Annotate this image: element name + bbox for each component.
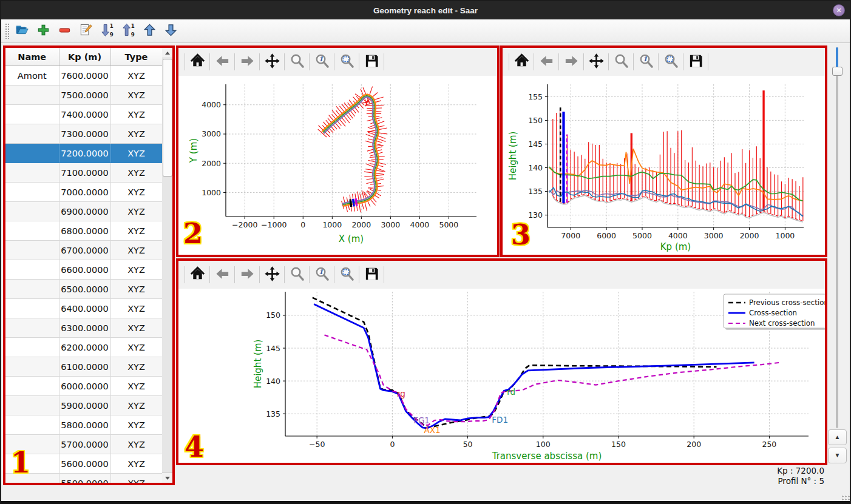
table-cell[interactable] xyxy=(5,221,59,241)
table-row[interactable]: 5800.0000XYZ xyxy=(5,415,162,435)
table-cell[interactable]: 6200.0000 xyxy=(59,338,110,357)
table-cell[interactable]: XYZ xyxy=(110,435,162,454)
table-row[interactable]: 6300.0000XYZ xyxy=(5,318,162,338)
zoom-in-one-button[interactable]: 1 xyxy=(636,52,656,72)
profile-down-button[interactable]: ▼ xyxy=(828,448,847,463)
table-cell[interactable]: 7100.0000 xyxy=(59,163,110,183)
table-cell[interactable] xyxy=(5,377,59,396)
table-cell[interactable] xyxy=(5,105,59,124)
table-cell[interactable]: 5900.0000 xyxy=(59,396,110,415)
table-row[interactable]: 6000.0000XYZ xyxy=(5,377,162,396)
longitudinal-profile-plot[interactable]: 7000600050004000300020001000130135140145… xyxy=(503,76,825,255)
table-row[interactable]: 7200.0000XYZ xyxy=(5,144,162,163)
add-cross-section-button[interactable] xyxy=(35,23,51,39)
table-cell[interactable]: 6500.0000 xyxy=(59,280,110,299)
table-cell[interactable] xyxy=(5,124,59,144)
table-cell[interactable]: 6800.0000 xyxy=(59,221,110,241)
table-cell[interactable]: XYZ xyxy=(110,221,162,241)
table-cell[interactable]: 6300.0000 xyxy=(59,318,110,338)
table-cell[interactable] xyxy=(5,415,59,435)
save-button[interactable] xyxy=(362,52,381,72)
table-row[interactable]: 7500.0000XYZ xyxy=(5,86,162,105)
table-cell[interactable]: XYZ xyxy=(110,454,162,474)
table-cell[interactable]: 5700.0000 xyxy=(59,435,110,454)
table-row[interactable]: 6400.0000XYZ xyxy=(5,299,162,318)
column-header[interactable]: Kp (m) xyxy=(59,48,110,66)
forward-button[interactable] xyxy=(237,265,257,284)
table-cell[interactable]: XYZ xyxy=(110,183,162,202)
table-cell[interactable]: XYZ xyxy=(110,377,162,396)
table-cell[interactable]: 7200.0000 xyxy=(59,144,110,163)
table-row[interactable]: 6600.0000XYZ xyxy=(5,260,162,280)
sort-descending-button[interactable]: 19 xyxy=(99,23,115,39)
zoom-button[interactable] xyxy=(287,265,307,284)
open-geometry-button[interactable] xyxy=(14,23,30,39)
table-cell[interactable] xyxy=(5,299,59,318)
table-header-row[interactable]: NameKp (m)Type xyxy=(5,48,162,66)
table-cell[interactable] xyxy=(5,338,59,357)
table-cell[interactable]: XYZ xyxy=(110,163,162,183)
sort-ascending-button[interactable]: 19 xyxy=(120,23,136,39)
table-cell[interactable]: XYZ xyxy=(110,124,162,144)
table-scrollbar[interactable] xyxy=(162,48,172,483)
table-cell[interactable]: 5600.0000 xyxy=(59,454,110,474)
scroll-up-button[interactable] xyxy=(162,48,172,58)
table-cell[interactable] xyxy=(5,241,59,260)
table-cell[interactable]: 7400.0000 xyxy=(59,105,110,124)
table-row[interactable]: 6500.0000XYZ xyxy=(5,280,162,299)
table-cell[interactable]: 7500.0000 xyxy=(59,86,110,105)
table-cell[interactable] xyxy=(5,86,59,105)
profile-slider-handle[interactable] xyxy=(832,67,843,76)
zoom-fit-button[interactable] xyxy=(337,52,356,72)
home-button[interactable] xyxy=(188,52,207,72)
resize-grip-icon[interactable] xyxy=(841,495,850,503)
table-cell[interactable] xyxy=(5,396,59,415)
forward-button[interactable] xyxy=(237,52,257,72)
edit-cross-section-button[interactable] xyxy=(78,23,93,39)
toolbar-grip-icon[interactable] xyxy=(5,23,9,39)
titlebar[interactable]: Geometry reach edit - Saar ✕ xyxy=(1,1,850,19)
table-cell[interactable]: 5800.0000 xyxy=(59,415,110,435)
pan-button[interactable] xyxy=(262,265,282,284)
zoom-button[interactable] xyxy=(611,52,631,72)
table-cell[interactable]: 6600.0000 xyxy=(59,260,110,280)
zoom-fit-button[interactable] xyxy=(337,265,356,284)
table-cell[interactable]: 5500.0000 xyxy=(59,474,110,483)
forward-button[interactable] xyxy=(561,52,581,72)
move-up-button[interactable] xyxy=(141,23,157,39)
table-cell[interactable] xyxy=(5,260,59,280)
cross-section-table[interactable]: NameKp (m)Type Amont7600.0000XYZ7500.000… xyxy=(5,48,163,483)
home-button[interactable] xyxy=(188,265,207,284)
pan-button[interactable] xyxy=(262,52,282,72)
table-cell[interactable]: 7600.0000 xyxy=(59,66,110,86)
table-cell[interactable]: 6400.0000 xyxy=(59,299,110,318)
zoom-in-one-button[interactable]: 1 xyxy=(312,52,331,72)
table-row[interactable]: 6900.0000XYZ xyxy=(5,202,162,221)
profile-up-button[interactable]: ▲ xyxy=(828,429,847,445)
table-row[interactable]: 7400.0000XYZ xyxy=(5,105,162,124)
save-button[interactable] xyxy=(362,265,381,284)
table-row[interactable]: 7100.0000XYZ xyxy=(5,163,162,183)
table-cell[interactable]: 6900.0000 xyxy=(59,202,110,221)
table-cell[interactable]: XYZ xyxy=(110,396,162,415)
table-cell[interactable]: XYZ xyxy=(110,202,162,221)
table-cell[interactable] xyxy=(5,280,59,299)
table-cell[interactable] xyxy=(5,357,59,377)
move-down-button[interactable] xyxy=(163,23,178,39)
table-cell[interactable]: XYZ xyxy=(110,338,162,357)
table-row[interactable]: 6700.0000XYZ xyxy=(5,241,162,260)
table-cell[interactable]: XYZ xyxy=(110,66,162,86)
cross-section-plot[interactable]: −50050100150200250135140145150Transverse… xyxy=(178,289,825,463)
pan-button[interactable] xyxy=(586,52,606,72)
table-cell[interactable] xyxy=(5,318,59,338)
table-row[interactable]: 6800.0000XYZ xyxy=(5,221,162,241)
save-button[interactable] xyxy=(686,52,705,72)
table-cell[interactable]: 6700.0000 xyxy=(59,241,110,260)
table-cell[interactable]: XYZ xyxy=(110,280,162,299)
table-cell[interactable] xyxy=(5,202,59,221)
scrollbar-thumb[interactable] xyxy=(163,59,172,176)
table-row[interactable]: 6100.0000XYZ xyxy=(5,357,162,377)
table-cell[interactable] xyxy=(5,183,59,202)
table-cell[interactable]: XYZ xyxy=(110,86,162,105)
remove-cross-section-button[interactable] xyxy=(56,23,72,39)
